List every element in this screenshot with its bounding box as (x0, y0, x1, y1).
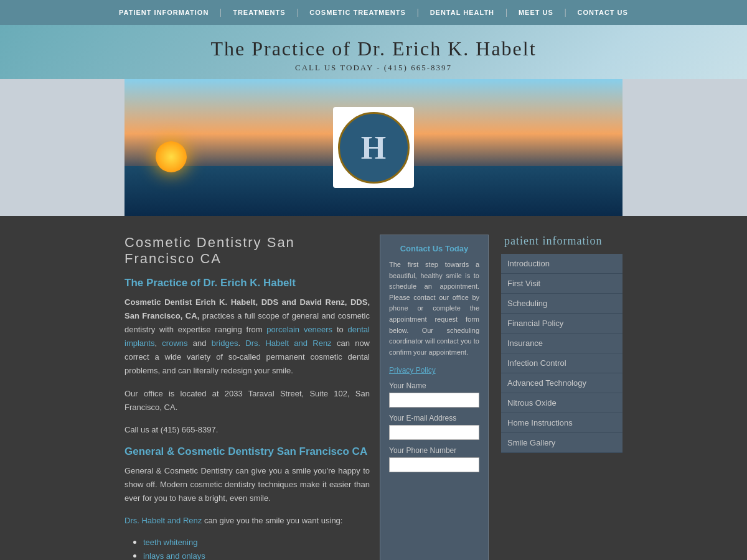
sidebar-item-scheduling[interactable]: Scheduling (501, 294, 622, 314)
nav-patient-information[interactable]: PATIENT INFORMATION (108, 6, 220, 19)
hero-image: H (125, 79, 622, 216)
inlays-onlays-link[interactable]: inlays and onlays (143, 551, 205, 560)
drs-habelt-renz-link1[interactable]: Drs. Habelt and Renz (245, 338, 331, 348)
sidebar-item-first-visit[interactable]: First Visit (501, 274, 622, 294)
email-label: Your E-mail Address (389, 414, 479, 422)
logo-container: H (333, 107, 414, 188)
body1-between: to (332, 325, 347, 334)
phone-input[interactable] (389, 457, 479, 472)
nav-treatments[interactable]: TREATMENTS (222, 6, 296, 19)
list-item: teeth whitening (143, 536, 370, 548)
porcelain-veneers-link[interactable]: porcelain veneers (266, 325, 332, 334)
phone-label: Your Phone Number (389, 446, 479, 455)
sidebar-item-introduction[interactable]: Introduction (501, 254, 622, 274)
sidebar-item-home-instructions[interactable]: Home Instructions (501, 413, 622, 433)
nav-cosmetic-treatments[interactable]: COSMETIC TREATMENTS (298, 6, 416, 19)
contact-title: Contact Us Today (389, 244, 479, 253)
privacy-policy-link[interactable]: Privacy Policy (389, 366, 436, 375)
nav-dental-health[interactable]: DENTAL HEALTH (419, 6, 505, 19)
phone-number: CALL US TODAY - (415) 665-8397 (0, 63, 747, 73)
left-content: Cosmetic Dentistry San Francisco CA The … (125, 235, 370, 560)
main-navigation: PATIENT INFORMATION | TREATMENTS | COSME… (0, 0, 747, 25)
section2-title: General & Cosmetic Dentistry San Francis… (125, 446, 370, 458)
sidebar-item-insurance[interactable]: Insurance (501, 334, 622, 353)
nav-meet-us[interactable]: MEET US (507, 6, 565, 19)
name-label: Your Name (389, 381, 479, 390)
body1-comma: , (154, 338, 162, 348)
contact-form-box: Contact Us Today The first step towards … (380, 235, 489, 560)
body-paragraph-5: Drs. Habelt and Renz can give you the sm… (125, 514, 370, 528)
site-header: The Practice of Dr. Erich K. Habelt CALL… (0, 25, 747, 216)
teeth-whitening-link[interactable]: teeth whitening (143, 538, 197, 547)
body1-period: . (238, 338, 245, 348)
name-input[interactable] (389, 393, 479, 408)
crowns-link[interactable]: crowns (162, 338, 187, 348)
logo-letter: H (361, 129, 386, 166)
right-sidebar: patient information Introduction First V… (501, 235, 622, 560)
body-paragraph-1: Cosmetic Dentist Erich K. Habelt, DDS an… (125, 296, 370, 378)
email-input[interactable] (389, 425, 479, 440)
sidebar-item-nitrous-oxide[interactable]: Nitrous Oxide (501, 393, 622, 413)
section1-title: The Practice of Dr. Erich K. Habelt (125, 277, 370, 289)
services-list: teeth whitening inlays and onlays (143, 536, 370, 560)
main-wrapper: Cosmetic Dentistry San Francisco CA The … (0, 216, 747, 560)
logo-circle: H (338, 112, 410, 184)
sidebar-item-financial-policy[interactable]: Financial Policy (501, 314, 622, 334)
sidebar-item-infection-control[interactable]: Infection Control (501, 353, 622, 373)
body-paragraph-3: Call us at (415) 665-8397. (125, 423, 370, 437)
sidebar-item-advanced-technology[interactable]: Advanced Technology (501, 373, 622, 393)
body1c: and (188, 338, 212, 348)
body-paragraph-2: Our office is located at 2033 Taraval St… (125, 387, 370, 414)
sidebar-item-smile-gallery[interactable]: Smile Gallery (501, 433, 622, 453)
list-item: inlays and onlays (143, 550, 370, 560)
content-area: Cosmetic Dentistry San Francisco CA The … (125, 235, 622, 560)
hero-section: H (0, 79, 747, 216)
sun-graphic (156, 141, 187, 172)
site-title: The Practice of Dr. Erich K. Habelt (0, 37, 747, 60)
page-title: Cosmetic Dentistry San Francisco CA (125, 235, 370, 267)
bridges-link[interactable]: bridges (212, 338, 238, 348)
contact-description: The first step towards a beautiful, heal… (389, 259, 479, 358)
sidebar-title: patient information (501, 235, 622, 248)
body-paragraph-4: General & Cosmetic Dentistry can give yo… (125, 464, 370, 505)
left-and-form: Cosmetic Dentistry San Francisco CA The … (125, 235, 489, 560)
body5-text: can give you the smile you want using: (202, 516, 342, 525)
drs-habelt-renz-link2[interactable]: Drs. Habelt and Renz (125, 516, 202, 525)
nav-contact-us[interactable]: CONTACT US (566, 6, 639, 19)
